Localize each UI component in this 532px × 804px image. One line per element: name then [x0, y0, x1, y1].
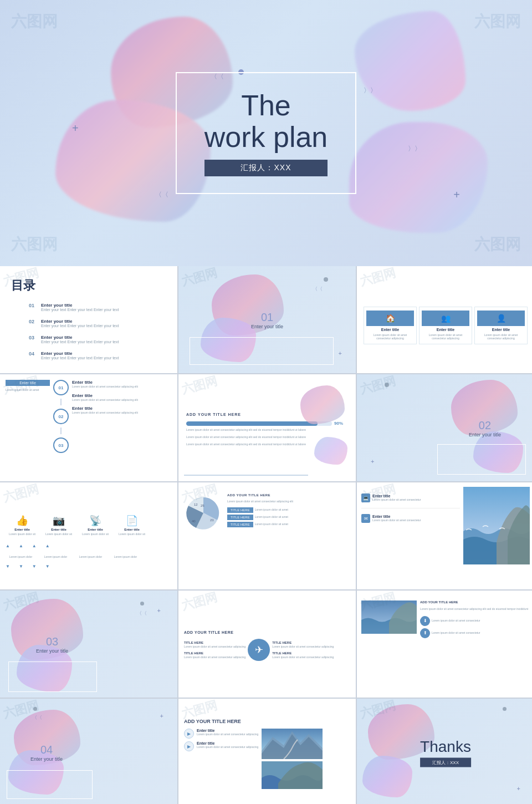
- step-circle-1: 01: [53, 380, 69, 395]
- watermark-progress: 六图网: [180, 374, 219, 398]
- svg-text:23: 23: [210, 518, 214, 522]
- title-badge-3: TITLE HERE: [227, 522, 253, 527]
- section3-label: 03 Enter your title: [36, 635, 68, 653]
- hero-title: The work plan: [204, 90, 328, 153]
- watermark-s2: 六图网: [358, 374, 398, 398]
- watermark-hero-tr: 六图网: [474, 11, 521, 32]
- slide-chart: 六图网 25 23 40 12 ADD YOUR TITLE HERE Lore…: [178, 482, 356, 589]
- deco-arrow-4: 〈〈: [155, 190, 168, 200]
- hero-blob-4: [349, 122, 488, 233]
- svg-text:12: 12: [194, 503, 198, 506]
- slide-icons: 六图网 🏠 Enter title Lorem ipsum dolor sit …: [357, 266, 532, 373]
- media-icon-computer: 💻: [361, 493, 370, 502]
- slide-section1: 六图网 01 Enter your title 〈〈 +: [178, 266, 356, 373]
- step-item-1: Enter title Lorem ipsum dolor sit amet c…: [72, 380, 172, 389]
- img-icon-2: ⬆: [420, 628, 430, 638]
- thanks-title: Thanks: [420, 737, 471, 755]
- slide-layout: 六图网 ADD YOUR TITLE HERE TITLE HERE Lorem…: [178, 591, 356, 698]
- slide-content: 六图网 ADD YOUR TITLE HERE ▶ Enter title Lo…: [178, 699, 356, 804]
- section3-frame: [8, 661, 97, 692]
- progress-blob2: [314, 437, 347, 465]
- section1-frame: [190, 337, 334, 365]
- icon-card-2: 👥 Enter title Lorem ipsum dolor sit amet…: [419, 307, 472, 344]
- step-item-3: Enter title Lorem ipsum dolor sit amet c…: [72, 406, 172, 415]
- deco-plus-2: +: [453, 189, 460, 201]
- media-item-1: 💻 Enter title Lorem ipsum dolor sit amet…: [361, 492, 460, 503]
- watermark-icons: 六图网: [358, 266, 398, 290]
- s1-deco-circle: [324, 277, 328, 282]
- img-icon-row-1: ⬇ Lorem ipsum dolor sit amet consectetur: [420, 616, 530, 626]
- s3-deco-plus: +: [157, 607, 161, 614]
- watermark-igrid: 六图网: [1, 482, 41, 506]
- s1-deco-arrow: 〈〈: [313, 286, 323, 293]
- content-item-1: ▶ Enter title Lorem ipsum dolor sit amet…: [184, 729, 258, 739]
- toc-item-3: 03 Enter your title Enter your text Ente…: [29, 335, 119, 344]
- slide-section3: 六图网 03 Enter your title + 〈〈: [0, 591, 177, 698]
- progress-blob: [300, 385, 345, 424]
- slide-toc: 六图网 目录 01 Enter your title Enter your te…: [0, 266, 177, 373]
- img-icon-1: ⬇: [420, 616, 430, 626]
- s2-deco-plus: +: [371, 458, 374, 465]
- icon-item-camera: 📷 Enter title Lorem ipsum dolor sit: [42, 515, 75, 536]
- slide-thanks: 六图网 Thanks 汇报人：XXX +: [357, 699, 532, 804]
- media-item-2: ✉ Enter title Lorem ipsum dolor sit amet…: [361, 513, 460, 524]
- icon-card-2-header: 👥: [422, 311, 469, 326]
- slide-img-layout: 六图网 ADD YOUR TITLE HERE Lorem: [357, 591, 532, 698]
- sea-svg: [463, 487, 530, 564]
- icon-item-doc: 📄 Enter title Lorem ipsum dolor sit: [115, 515, 149, 536]
- toc-item-2: 02 Enter your title Enter your text Ente…: [29, 319, 119, 328]
- title-badge-1: TITLE HERE: [227, 507, 253, 513]
- section2-label: 02 Enter your title: [469, 419, 501, 437]
- icon-card-3-header: 👤: [477, 311, 525, 326]
- mountain-img-1: [262, 729, 323, 759]
- step-connector-2: [60, 428, 62, 434]
- watermark-hero-br: 六图网: [474, 234, 521, 255]
- img-icon-row-2: ⬆ Lorem ipsum dolor sit amet consectetur: [420, 628, 530, 638]
- toc-title: 目录: [7, 277, 35, 294]
- icon-card-3: 👤 Enter title Lorem ipsum dolor sit amet…: [474, 307, 528, 344]
- mountain-img-2: [262, 761, 323, 789]
- paper-plane-icon: ✈: [248, 639, 270, 661]
- section2-frame: [437, 444, 526, 475]
- watermark-hero-tl: 六图网: [11, 11, 58, 32]
- svg-text:40: 40: [192, 520, 196, 523]
- watermark-layout: 六图网: [180, 591, 219, 614]
- pie-chart-svg: 25 23 40 12: [184, 493, 223, 532]
- s1-deco-plus: +: [339, 350, 342, 357]
- slide-section4: 六图网 04 Enter your title + 〈〈: [0, 699, 177, 804]
- hero-blob-3: [355, 11, 466, 111]
- media-icon-email: ✉: [361, 514, 370, 523]
- hero-slide: 〈〈 〉〉 〉〉 〈〈 + + The work plan 汇报人：XXX 六图…: [0, 0, 532, 266]
- step-item-2: Enter title Lorem ipsum dolor sit amet c…: [72, 393, 172, 402]
- toc-item-1: 01 Enter your title Enter your text Ente…: [29, 303, 119, 312]
- content-icon-2: ▶: [184, 741, 194, 751]
- slide-progress: 六图网 ADD YOUR TITLE HERE 90% Lorem ipsum …: [178, 374, 356, 481]
- section4-label: 04 Enter your title: [30, 743, 63, 761]
- watermark-hero-bl: 六图网: [11, 234, 58, 255]
- slide-icons-grid: 六图网 👍 Enter title Lorem ipsum dolor sit …: [0, 482, 177, 589]
- s4-deco-circle: [33, 707, 37, 711]
- s4-deco-plus: +: [160, 713, 163, 719]
- s2-deco-circle: [385, 383, 389, 387]
- thanks-sub: 汇报人：XXX: [420, 757, 471, 767]
- step-circle-2: 02: [53, 409, 69, 424]
- slide-media: 六图网 💻 Enter title Lorem ipsum dolor sit …: [357, 482, 532, 589]
- icon-card-1-header: 🏠: [366, 311, 414, 326]
- thanks-deco-circle: [503, 707, 507, 711]
- s4-deco-arrow: 〈〈: [32, 714, 42, 721]
- step-connector: [60, 399, 62, 405]
- section4-frame: [7, 770, 93, 799]
- deco-plus-1: +: [72, 122, 79, 135]
- toc-item-4: 04 Enter your title Enter your text Ente…: [29, 351, 119, 360]
- hero-reporter-bar: 汇报人：XXX: [204, 160, 328, 176]
- content-icon-1: ▶: [184, 729, 194, 739]
- thanks-blob2: [362, 756, 412, 797]
- progress-line: [184, 475, 308, 476]
- icon-item-wifi: 📡 Enter title Lorem ipsum dolor sit: [79, 515, 112, 536]
- img-thumb-1: [361, 601, 417, 634]
- deco-arrow-3: 〉〉: [408, 144, 421, 154]
- media-divider: [361, 508, 460, 508]
- deco-arrow-2: 〉〉: [364, 86, 377, 95]
- content-item-2: ▶ Enter title Lorem ipsum dolor sit amet…: [184, 741, 258, 751]
- svg-text:25: 25: [201, 504, 204, 507]
